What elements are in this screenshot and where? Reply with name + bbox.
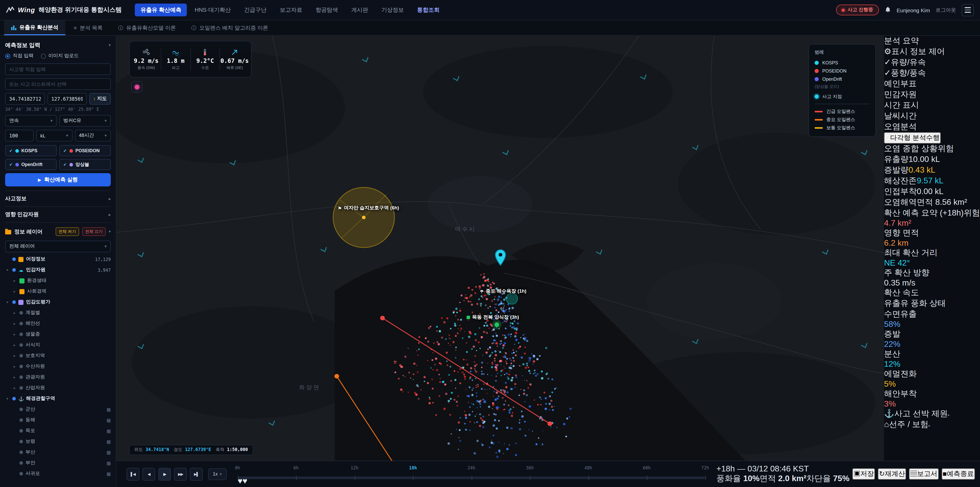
spill-mode-select[interactable]: 연속▾ — [5, 115, 57, 127]
layer-toggle-dot[interactable] — [19, 322, 23, 325]
저장-button[interactable]: ▣저장 — [853, 468, 875, 480]
grid-button-icon[interactable]: ▦ — [107, 428, 111, 433]
layer-item-생물종[interactable]: ▸생물종 — [5, 329, 111, 340]
grid-button-icon[interactable]: ▦ — [107, 450, 111, 455]
layer-item-산업자원[interactable]: ▸산업자원 — [5, 383, 111, 393]
layers-all-on-button[interactable]: 전체 켜기 — [56, 227, 79, 236]
tab-2[interactable]: ⓘ유출유확산모델 이론 — [111, 21, 183, 35]
pick-on-map-button[interactable]: ↑지도 — [89, 93, 111, 105]
analysis-summary-tab[interactable]: 분석 요약 — [884, 36, 980, 46]
model-chip-POSEIDON[interactable]: ✓POSEIDON — [59, 145, 111, 156]
skip-end-button[interactable]: ▶▌ — [190, 468, 203, 481]
layer-toggle-dot[interactable] — [19, 407, 23, 411]
duration-select[interactable]: 48시간▾ — [75, 130, 111, 142]
nav-item-0[interactable]: 유출유 확산예측 — [135, 3, 187, 16]
amount-input[interactable] — [5, 130, 34, 142]
grid-button-icon[interactable]: ▦ — [107, 439, 111, 444]
grid-button-icon[interactable]: ▦ — [107, 460, 111, 466]
tree-expander-icon[interactable]: ▸ — [12, 386, 17, 390]
layer-toggle-dot[interactable] — [19, 440, 23, 443]
layer-toggle-dot[interactable] — [12, 397, 16, 401]
layer-item-민감도평가[interactable]: ▾민감도평가 — [5, 297, 111, 308]
tree-expander-icon[interactable]: ▸ — [12, 279, 17, 283]
input-mode-radio-0[interactable]: 직접 입력 — [5, 53, 33, 59]
display-checkbox-1[interactable]: ✓풍향/풍속 — [884, 68, 980, 79]
user-name[interactable]: Eunjeong Kim — [897, 7, 930, 13]
layer-toggle-dot[interactable] — [19, 450, 23, 454]
tab-0[interactable]: 유출유 확산분석 — [4, 21, 65, 35]
model-chip-앙상블[interactable]: ✓앙상블 — [59, 159, 111, 170]
accident-info-section[interactable]: 사고정보▸ — [5, 190, 111, 206]
tree-expander-icon[interactable]: ▸ — [12, 311, 17, 315]
layer-item-환경생태[interactable]: ▸환경생태 — [5, 275, 111, 286]
step-back-button[interactable]: ◀ — [142, 468, 155, 481]
layer-item-부산[interactable]: 부산▦ — [5, 447, 111, 458]
tree-expander-icon[interactable]: ▸ — [12, 354, 17, 358]
layer-toggle-dot[interactable] — [12, 300, 16, 304]
checkbox-icon[interactable]: ✓ — [884, 58, 891, 66]
layer-item-관광자원[interactable]: ▸관광자원 — [5, 372, 111, 383]
accident-list-input[interactable] — [5, 78, 111, 90]
tree-expander-icon[interactable]: ▸ — [12, 332, 17, 336]
prediction-input-header[interactable]: 예측정보 입력 ▾ — [5, 40, 111, 52]
display-checkbox-2[interactable]: 예인부표 — [884, 79, 980, 89]
input-mode-radio-1[interactable]: 이미지 업로드 — [41, 53, 79, 59]
time-slider[interactable]: ♥♥ 0h6h12h18h24h36h48h60h72h — [238, 461, 705, 487]
tree-expander-icon[interactable]: ▾ — [5, 268, 10, 272]
impact-resources-section[interactable]: 영향 민감자원▸ — [5, 206, 111, 222]
play-button[interactable]: ▶ — [158, 468, 171, 481]
nav-item-2[interactable]: 긴급구난 — [239, 3, 272, 16]
보고서-button[interactable]: ▤보고서 — [909, 468, 939, 480]
slider-track[interactable]: ♥♥ — [238, 476, 705, 479]
layer-toggle-dot[interactable] — [19, 311, 23, 315]
grid-button-icon[interactable]: ▦ — [107, 418, 111, 423]
logout-button[interactable]: 로그아웃 — [935, 6, 956, 14]
tab-1[interactable]: ≡분석 목록 — [67, 21, 110, 35]
layer-filter-select[interactable]: 전체 레이어▾ — [5, 241, 111, 252]
layer-item-계절별[interactable]: ▸계절별 — [5, 308, 111, 318]
display-checkbox-5[interactable]: 날씨시간 — [884, 111, 980, 121]
model-chip-OpenDrift[interactable]: ✓OpenDrift — [5, 159, 57, 170]
layer-item-보호지역[interactable]: ▸보호지역 — [5, 350, 111, 361]
accident-name-input[interactable] — [5, 63, 111, 75]
model-chip-KOSPS[interactable]: ✓KOSPS — [5, 145, 57, 156]
layer-toggle-dot[interactable] — [19, 472, 23, 476]
display-checkbox-0[interactable]: ✓유량/유속 — [884, 57, 980, 68]
layers-all-off-button[interactable]: 전체 끄기 — [82, 227, 106, 236]
layer-item-민감자원[interactable]: ▾☁민감자원3,947 — [5, 265, 111, 275]
nav-item-5[interactable]: 게시판 — [346, 3, 374, 16]
layer-toggle-dot[interactable] — [12, 268, 16, 272]
display-checkbox-3[interactable]: 민감자원 — [884, 89, 980, 100]
map-style-toggle[interactable] — [131, 81, 142, 93]
layer-item-수산자원[interactable]: ▸수산자원 — [5, 361, 111, 372]
speed-select[interactable]: 1x▾ — [208, 468, 226, 480]
nav-item-7[interactable]: 통합조회 — [412, 3, 445, 16]
run-prediction-button[interactable]: ▶확산예측 실행 — [5, 173, 111, 187]
tree-expander-icon[interactable]: ▸ — [12, 321, 17, 326]
layer-item-사회경제[interactable]: ▸사회경제 — [5, 286, 111, 297]
tree-expander-icon[interactable]: ▸ — [12, 375, 17, 379]
layer-item-동해[interactable]: 동해▦ — [5, 415, 111, 425]
layer-toggle-dot[interactable] — [19, 461, 23, 465]
oil-type-select[interactable]: 벙커C유▾ — [59, 115, 111, 127]
layer-toggle-dot[interactable] — [19, 375, 23, 379]
layer-item-어장정보[interactable]: 어장정보17,129 — [5, 254, 111, 265]
nav-item-6[interactable]: 기상정보 — [376, 3, 410, 16]
layer-toggle-dot[interactable] — [12, 257, 16, 261]
nav-item-1[interactable]: HNS·대기확산 — [189, 3, 237, 16]
grid-button-icon[interactable]: ▦ — [107, 407, 111, 412]
hamburger-menu-icon[interactable] — [962, 4, 974, 16]
owner-insurance-section[interactable]: ⌂선주 / 보험▸ — [884, 419, 980, 430]
longitude-input[interactable] — [47, 93, 87, 105]
layer-toggle-dot[interactable] — [19, 365, 23, 368]
layer-toggle-dot[interactable] — [19, 418, 23, 422]
tree-expander-icon[interactable]: ▸ — [12, 364, 17, 369]
layer-item-부안[interactable]: 부안▦ — [5, 458, 111, 468]
map-canvas[interactable] — [116, 36, 884, 460]
tree-expander-icon[interactable]: ▾ — [5, 397, 10, 401]
map[interactable]: 9.2 m/s풍속 (SW)1.8 m파고9.2°C수온0.67 m/s해류 (… — [116, 36, 884, 460]
fast-forward-button[interactable]: ▶▶ — [174, 468, 187, 481]
notification-bell-icon[interactable] — [884, 5, 891, 14]
재계산-button[interactable]: ↻재계산 — [878, 468, 906, 480]
layer-item-서식지[interactable]: ▸서식지 — [5, 340, 111, 350]
